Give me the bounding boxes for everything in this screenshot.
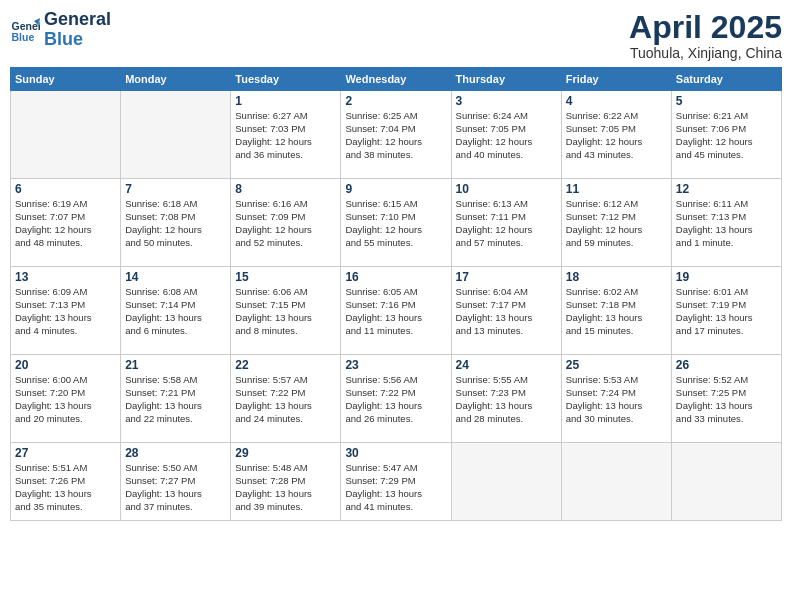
calendar-cell: 15Sunrise: 6:06 AM Sunset: 7:15 PM Dayli…: [231, 267, 341, 355]
day-info: Sunrise: 5:50 AM Sunset: 7:27 PM Dayligh…: [125, 462, 226, 513]
calendar-cell: 4Sunrise: 6:22 AM Sunset: 7:05 PM Daylig…: [561, 91, 671, 179]
calendar-cell: 6Sunrise: 6:19 AM Sunset: 7:07 PM Daylig…: [11, 179, 121, 267]
calendar-cell: [671, 443, 781, 521]
calendar-cell: 11Sunrise: 6:12 AM Sunset: 7:12 PM Dayli…: [561, 179, 671, 267]
logo-icon: General Blue: [10, 15, 40, 45]
calendar-week-4: 20Sunrise: 6:00 AM Sunset: 7:20 PM Dayli…: [11, 355, 782, 443]
day-info: Sunrise: 5:58 AM Sunset: 7:21 PM Dayligh…: [125, 374, 226, 425]
calendar-cell: 2Sunrise: 6:25 AM Sunset: 7:04 PM Daylig…: [341, 91, 451, 179]
day-info: Sunrise: 6:04 AM Sunset: 7:17 PM Dayligh…: [456, 286, 557, 337]
day-number: 20: [15, 358, 116, 372]
calendar-cell: 18Sunrise: 6:02 AM Sunset: 7:18 PM Dayli…: [561, 267, 671, 355]
day-number: 25: [566, 358, 667, 372]
day-info: Sunrise: 6:15 AM Sunset: 7:10 PM Dayligh…: [345, 198, 446, 249]
day-info: Sunrise: 5:51 AM Sunset: 7:26 PM Dayligh…: [15, 462, 116, 513]
logo-text-general: General: [44, 10, 111, 30]
day-info: Sunrise: 6:00 AM Sunset: 7:20 PM Dayligh…: [15, 374, 116, 425]
calendar-cell: 25Sunrise: 5:53 AM Sunset: 7:24 PM Dayli…: [561, 355, 671, 443]
day-info: Sunrise: 6:13 AM Sunset: 7:11 PM Dayligh…: [456, 198, 557, 249]
calendar-cell: 16Sunrise: 6:05 AM Sunset: 7:16 PM Dayli…: [341, 267, 451, 355]
day-info: Sunrise: 5:55 AM Sunset: 7:23 PM Dayligh…: [456, 374, 557, 425]
day-number: 17: [456, 270, 557, 284]
calendar-cell: 13Sunrise: 6:09 AM Sunset: 7:13 PM Dayli…: [11, 267, 121, 355]
day-number: 13: [15, 270, 116, 284]
day-info: Sunrise: 6:12 AM Sunset: 7:12 PM Dayligh…: [566, 198, 667, 249]
calendar-cell: 17Sunrise: 6:04 AM Sunset: 7:17 PM Dayli…: [451, 267, 561, 355]
day-info: Sunrise: 6:21 AM Sunset: 7:06 PM Dayligh…: [676, 110, 777, 161]
day-info: Sunrise: 6:18 AM Sunset: 7:08 PM Dayligh…: [125, 198, 226, 249]
day-number: 19: [676, 270, 777, 284]
day-info: Sunrise: 5:57 AM Sunset: 7:22 PM Dayligh…: [235, 374, 336, 425]
weekday-header-wednesday: Wednesday: [341, 68, 451, 91]
calendar-cell: 30Sunrise: 5:47 AM Sunset: 7:29 PM Dayli…: [341, 443, 451, 521]
calendar-cell: 10Sunrise: 6:13 AM Sunset: 7:11 PM Dayli…: [451, 179, 561, 267]
calendar-cell: 9Sunrise: 6:15 AM Sunset: 7:10 PM Daylig…: [341, 179, 451, 267]
day-number: 29: [235, 446, 336, 460]
calendar-cell: 22Sunrise: 5:57 AM Sunset: 7:22 PM Dayli…: [231, 355, 341, 443]
weekday-header-friday: Friday: [561, 68, 671, 91]
title-block: April 2025 Tuohula, Xinjiang, China: [629, 10, 782, 61]
day-info: Sunrise: 6:06 AM Sunset: 7:15 PM Dayligh…: [235, 286, 336, 337]
calendar-cell: 27Sunrise: 5:51 AM Sunset: 7:26 PM Dayli…: [11, 443, 121, 521]
day-info: Sunrise: 5:48 AM Sunset: 7:28 PM Dayligh…: [235, 462, 336, 513]
calendar-cell: 1Sunrise: 6:27 AM Sunset: 7:03 PM Daylig…: [231, 91, 341, 179]
day-number: 26: [676, 358, 777, 372]
day-number: 3: [456, 94, 557, 108]
day-number: 2: [345, 94, 446, 108]
weekday-header-saturday: Saturday: [671, 68, 781, 91]
calendar-cell: 12Sunrise: 6:11 AM Sunset: 7:13 PM Dayli…: [671, 179, 781, 267]
calendar-cell: [561, 443, 671, 521]
calendar-cell: 8Sunrise: 6:16 AM Sunset: 7:09 PM Daylig…: [231, 179, 341, 267]
day-number: 7: [125, 182, 226, 196]
day-number: 10: [456, 182, 557, 196]
logo-text-blue: Blue: [44, 30, 111, 50]
day-info: Sunrise: 6:01 AM Sunset: 7:19 PM Dayligh…: [676, 286, 777, 337]
day-info: Sunrise: 6:16 AM Sunset: 7:09 PM Dayligh…: [235, 198, 336, 249]
day-number: 23: [345, 358, 446, 372]
calendar-week-2: 6Sunrise: 6:19 AM Sunset: 7:07 PM Daylig…: [11, 179, 782, 267]
day-number: 8: [235, 182, 336, 196]
day-number: 24: [456, 358, 557, 372]
day-number: 11: [566, 182, 667, 196]
logo: General Blue General Blue: [10, 10, 111, 50]
day-info: Sunrise: 6:27 AM Sunset: 7:03 PM Dayligh…: [235, 110, 336, 161]
day-number: 5: [676, 94, 777, 108]
day-number: 15: [235, 270, 336, 284]
calendar-cell: 21Sunrise: 5:58 AM Sunset: 7:21 PM Dayli…: [121, 355, 231, 443]
calendar-header: General Blue General Blue April 2025 Tuo…: [10, 10, 782, 61]
calendar-week-3: 13Sunrise: 6:09 AM Sunset: 7:13 PM Dayli…: [11, 267, 782, 355]
calendar-cell: 23Sunrise: 5:56 AM Sunset: 7:22 PM Dayli…: [341, 355, 451, 443]
day-info: Sunrise: 6:08 AM Sunset: 7:14 PM Dayligh…: [125, 286, 226, 337]
svg-text:Blue: Blue: [12, 30, 35, 42]
day-number: 18: [566, 270, 667, 284]
day-info: Sunrise: 6:22 AM Sunset: 7:05 PM Dayligh…: [566, 110, 667, 161]
day-info: Sunrise: 5:47 AM Sunset: 7:29 PM Dayligh…: [345, 462, 446, 513]
day-number: 30: [345, 446, 446, 460]
calendar-week-5: 27Sunrise: 5:51 AM Sunset: 7:26 PM Dayli…: [11, 443, 782, 521]
weekday-header-row: SundayMondayTuesdayWednesdayThursdayFrid…: [11, 68, 782, 91]
calendar-cell: [11, 91, 121, 179]
calendar-cell: 5Sunrise: 6:21 AM Sunset: 7:06 PM Daylig…: [671, 91, 781, 179]
weekday-header-sunday: Sunday: [11, 68, 121, 91]
day-number: 22: [235, 358, 336, 372]
day-number: 21: [125, 358, 226, 372]
day-info: Sunrise: 6:02 AM Sunset: 7:18 PM Dayligh…: [566, 286, 667, 337]
calendar-cell: 20Sunrise: 6:00 AM Sunset: 7:20 PM Dayli…: [11, 355, 121, 443]
day-info: Sunrise: 6:09 AM Sunset: 7:13 PM Dayligh…: [15, 286, 116, 337]
day-number: 14: [125, 270, 226, 284]
day-info: Sunrise: 6:05 AM Sunset: 7:16 PM Dayligh…: [345, 286, 446, 337]
day-number: 16: [345, 270, 446, 284]
day-info: Sunrise: 6:19 AM Sunset: 7:07 PM Dayligh…: [15, 198, 116, 249]
weekday-header-thursday: Thursday: [451, 68, 561, 91]
location: Tuohula, Xinjiang, China: [629, 45, 782, 61]
calendar-cell: 3Sunrise: 6:24 AM Sunset: 7:05 PM Daylig…: [451, 91, 561, 179]
day-number: 4: [566, 94, 667, 108]
day-info: Sunrise: 5:52 AM Sunset: 7:25 PM Dayligh…: [676, 374, 777, 425]
day-info: Sunrise: 6:25 AM Sunset: 7:04 PM Dayligh…: [345, 110, 446, 161]
weekday-header-monday: Monday: [121, 68, 231, 91]
day-number: 12: [676, 182, 777, 196]
day-info: Sunrise: 5:53 AM Sunset: 7:24 PM Dayligh…: [566, 374, 667, 425]
calendar-cell: [121, 91, 231, 179]
calendar-table: SundayMondayTuesdayWednesdayThursdayFrid…: [10, 67, 782, 521]
calendar-week-1: 1Sunrise: 6:27 AM Sunset: 7:03 PM Daylig…: [11, 91, 782, 179]
